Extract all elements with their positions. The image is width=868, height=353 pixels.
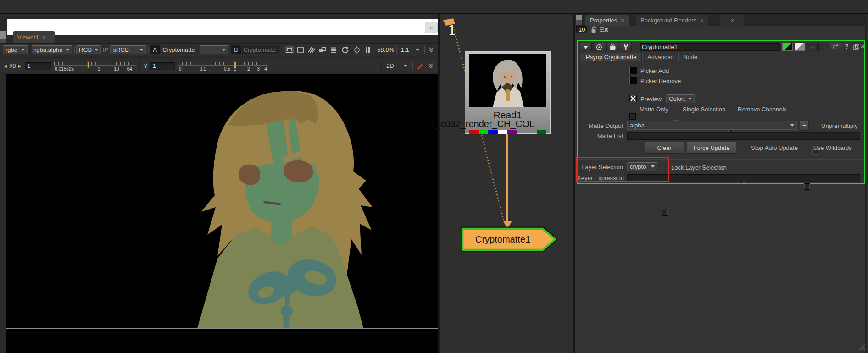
close-panel-icon[interactable]: × — [861, 42, 865, 50]
clear-button[interactable]: Clear — [645, 142, 684, 154]
gamma-slider[interactable]: 0 0.1 0.5 1 2 3 4 — [178, 60, 268, 72]
revert-button[interactable] — [830, 43, 841, 51]
equals-button[interactable]: = — [800, 121, 809, 131]
overlay-close-button[interactable]: × — [425, 22, 438, 33]
panel-corner-widget[interactable] — [576, 15, 582, 20]
divider — [139, 62, 140, 70]
alpha-layer-dropdown[interactable]: rgba.alpha — [32, 45, 72, 54]
gain-slider-handle[interactable] — [87, 61, 89, 68]
fstop-label[interactable]: f/8 — [9, 62, 16, 69]
tab-label: Node — [683, 54, 697, 61]
b-buffer-value[interactable]: Cryptomatte — [242, 45, 279, 54]
matte-output-dropdown[interactable]: alpha — [627, 121, 797, 130]
close-icon[interactable]: × — [43, 34, 46, 41]
monitor-output-button[interactable] — [606, 43, 618, 51]
wrench-icon-button[interactable] — [620, 43, 632, 51]
chevron-down-icon — [95, 49, 98, 51]
panel-corner-widget-2[interactable] — [576, 20, 582, 25]
max-panels-input[interactable]: 10 — [576, 26, 587, 33]
use-wildcards-checkbox[interactable] — [804, 183, 810, 190]
gl-color-swatch[interactable] — [795, 43, 805, 51]
tab-node[interactable]: Node — [678, 53, 702, 61]
pause-icon[interactable] — [363, 47, 373, 53]
zoom-level[interactable]: 58.8% — [377, 46, 394, 53]
matte-list-input[interactable] — [627, 132, 860, 140]
chevron-down-icon — [688, 98, 692, 100]
redo-button[interactable] — [818, 43, 829, 51]
center-node-button[interactable] — [593, 43, 605, 51]
close-icon[interactable]: × — [621, 17, 624, 24]
a-buffer-label: A — [150, 45, 160, 54]
collapse-chevrons-icon[interactable] — [425, 63, 436, 69]
matte-list-label: Matte List — [582, 132, 623, 139]
collapse-panel-button[interactable] — [580, 43, 592, 51]
matte-only-checkbox[interactable] — [629, 113, 636, 120]
next-icon[interactable]: ▶ — [18, 64, 21, 68]
divider — [381, 62, 382, 70]
use-wildcards-label: Use Wildcards — [813, 144, 852, 151]
chevron-down-icon — [404, 65, 407, 67]
tab-background-renders[interactable]: Background Renders× — [636, 15, 708, 26]
node-color-swatch[interactable] — [782, 43, 793, 51]
preview-checkbox[interactable] — [629, 95, 637, 102]
channel-swatch — [479, 130, 488, 134]
undo-button[interactable] — [807, 43, 818, 51]
red-marker-icon[interactable] — [414, 62, 425, 70]
help-button[interactable]: ? — [845, 43, 849, 50]
a-buffer-value[interactable]: Cryptomatte — [161, 45, 198, 54]
gamma-label: Y — [144, 62, 148, 69]
view-mode-dropdown[interactable]: 2D — [384, 61, 410, 70]
target-icon[interactable] — [351, 46, 363, 54]
channel-layer-dropdown[interactable]: rgba — [3, 45, 28, 54]
picker-add-swatch[interactable] — [629, 67, 637, 74]
display-channels-dropdown[interactable]: RGB — [76, 45, 101, 54]
close-icon[interactable]: × — [730, 17, 734, 24]
close-all-panels-icon[interactable] — [599, 25, 609, 33]
matte-only-label: Matte Only — [640, 106, 668, 113]
node-name-field[interactable]: Cryptomatte1 — [640, 43, 780, 51]
tick-label: 0.5 — [224, 66, 230, 72]
float-panel-icon[interactable] — [852, 43, 860, 50]
wipe-icon[interactable] — [306, 47, 317, 53]
lock-layer-selection-checkbox[interactable] — [662, 210, 668, 216]
divider — [579, 90, 864, 90]
menu-bar[interactable] — [0, 0, 868, 14]
tick-label: 1 — [98, 66, 100, 72]
viewer-canvas[interactable] — [6, 74, 438, 353]
resize-grip[interactable] — [858, 344, 866, 351]
tab-empty[interactable]: × — [720, 15, 744, 26]
viewer-toolbar: rgba rgba.alpha RGB IP sRGB A Cryptomatt… — [0, 43, 438, 56]
gain-input[interactable]: 1 — [25, 62, 51, 70]
tab-advanced[interactable]: Advanced — [642, 53, 679, 61]
picker-remove-swatch[interactable] — [629, 77, 637, 84]
slider-track — [178, 65, 268, 66]
remove-channels-label: Remove Channels — [738, 106, 787, 113]
tab-viewer1[interactable]: Viewer1 × — [13, 31, 55, 43]
ab-blend-dropdown[interactable]: - — [200, 45, 228, 54]
input-process-toggle[interactable]: IP — [103, 46, 108, 53]
stack-lines-icon[interactable] — [328, 47, 339, 53]
thumb-eye — [511, 76, 512, 77]
tab-properties[interactable]: Properties× — [585, 15, 629, 26]
collapse-chevrons-icon[interactable] — [426, 47, 436, 53]
panel-corner-widget[interactable] — [0, 31, 6, 39]
force-update-button[interactable]: Force Update — [687, 142, 736, 154]
preview-mode-dropdown[interactable]: Colors — [666, 94, 695, 103]
gamma-input[interactable]: 1 — [150, 62, 175, 70]
proxy-dropdown[interactable]: 1:1 — [398, 45, 422, 54]
close-icon[interactable]: × — [700, 17, 704, 24]
tab-label: Properties — [590, 17, 617, 24]
divider — [396, 46, 396, 54]
prev-icon[interactable]: ◀ — [4, 64, 7, 68]
layers-icon[interactable] — [317, 47, 328, 53]
divider — [148, 46, 148, 54]
region-of-interest-icon[interactable] — [295, 47, 306, 53]
gain-slider[interactable]: 0.015625 1 10 64 — [54, 60, 136, 72]
refresh-icon[interactable] — [339, 46, 351, 54]
colorspace-dropdown[interactable]: sRGB — [110, 45, 146, 54]
node-cryptomatte1[interactable]: Cryptomatte1 — [461, 226, 558, 252]
properties-scrollbar[interactable] — [865, 14, 868, 353]
lock-icon[interactable] — [590, 25, 598, 33]
tab-psyop-cryptomatte[interactable]: Psyop Cryptomatte — [581, 53, 642, 61]
frame-format-icon[interactable] — [284, 46, 295, 53]
